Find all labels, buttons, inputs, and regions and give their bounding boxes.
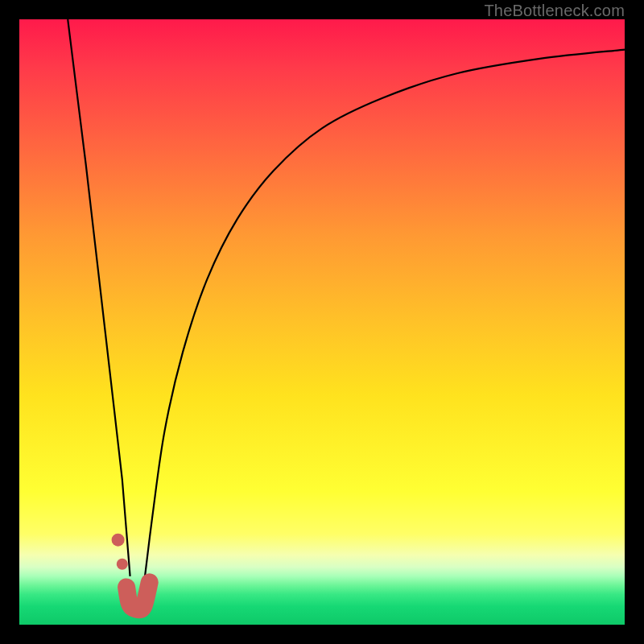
plot-area	[19, 19, 625, 625]
series-highlight-hook	[126, 582, 150, 609]
series-left-linear	[68, 19, 130, 576]
watermark-text: TheBottleneck.com	[484, 2, 625, 20]
curves-svg	[19, 19, 625, 625]
highlight-dot-upper	[112, 534, 125, 547]
chart-frame: TheBottleneck.com	[0, 0, 644, 644]
highlight-dot-lower	[117, 559, 128, 570]
series-right-curve	[143, 50, 625, 588]
